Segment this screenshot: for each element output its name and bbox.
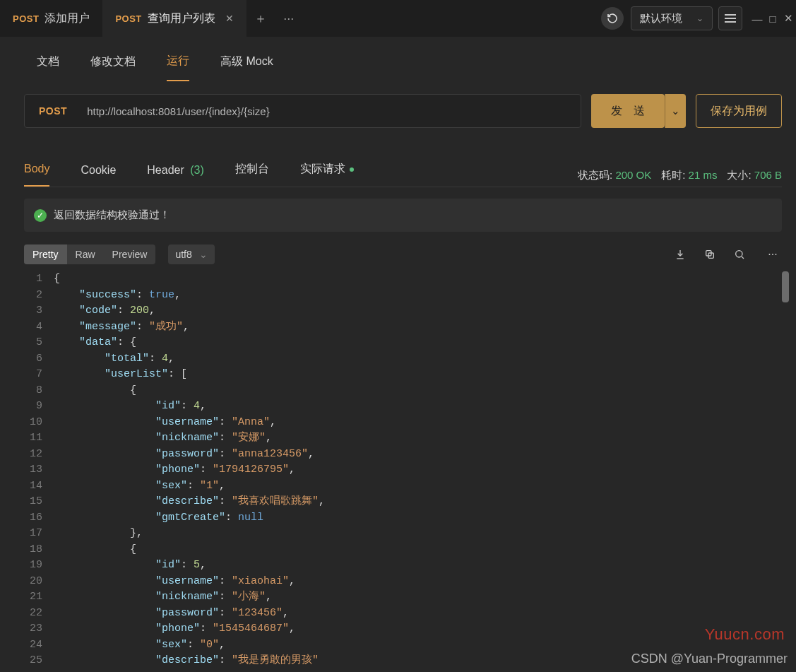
code-content: { "success": true, "code": 200, "message… <box>54 271 325 669</box>
close-icon[interactable]: ✕ <box>225 13 234 24</box>
environment-select[interactable]: 默认环境 ⌄ <box>631 6 713 30</box>
request-url-input[interactable]: POST http://localhost:8081/user/{index}/… <box>24 94 581 128</box>
copy-icon[interactable] <box>704 249 723 260</box>
chevron-down-icon: ⌄ <box>696 13 703 23</box>
resp-tab-header[interactable]: Header (3) <box>147 164 204 187</box>
resp-tab-console[interactable]: 控制台 <box>235 162 269 187</box>
menu-icon <box>725 13 736 23</box>
send-dropdown[interactable]: ⌄ <box>665 94 686 128</box>
method-badge: POST <box>13 13 39 24</box>
resp-tab-body[interactable]: Body <box>24 163 49 187</box>
add-tab-button[interactable]: ＋ <box>246 0 275 37</box>
window-maximize[interactable]: □ <box>765 13 780 25</box>
refresh-icon <box>607 13 618 24</box>
send-button[interactable]: 发 送 <box>591 94 665 128</box>
time-label: 耗时: <box>661 169 685 181</box>
response-editor[interactable]: 1234567891011121314151617181920212223242… <box>24 271 782 669</box>
svg-point-5 <box>736 251 742 257</box>
tab-title: 添加用户 <box>44 11 90 26</box>
tab-overflow-button[interactable]: ··· <box>275 0 303 37</box>
subtab-edit-doc[interactable]: 修改文档 <box>90 54 136 81</box>
view-pretty[interactable]: Pretty <box>24 244 67 264</box>
status-dot-icon <box>350 167 354 172</box>
search-icon[interactable] <box>734 249 752 260</box>
method-badge: POST <box>115 13 141 24</box>
encoding-select[interactable]: utf8 ⌄ <box>168 244 214 264</box>
window-close[interactable]: ✕ <box>780 12 796 25</box>
view-preview[interactable]: Preview <box>104 244 156 264</box>
more-icon[interactable]: ··· <box>764 248 782 261</box>
check-circle-icon: ✓ <box>34 209 47 222</box>
header-count: (3) <box>190 164 204 176</box>
banner-text: 返回数据结构校验通过！ <box>54 208 170 222</box>
resp-tab-header-label: Header <box>147 164 184 176</box>
resp-tab-actual-label: 实际请求 <box>300 163 345 175</box>
save-as-case-button[interactable]: 保存为用例 <box>696 94 782 128</box>
size-value: 706 B <box>754 169 782 181</box>
download-icon[interactable] <box>675 249 693 260</box>
status-label: 状态码: <box>578 169 612 181</box>
watermark-site: Yuucn.com <box>705 625 785 644</box>
subtab-doc[interactable]: 文档 <box>37 54 59 81</box>
scrollbar-thumb[interactable] <box>782 271 789 302</box>
resp-tab-actual[interactable]: 实际请求 <box>300 162 354 187</box>
refresh-button[interactable] <box>601 7 624 30</box>
tab-add-user[interactable]: POST 添加用户 <box>0 0 102 37</box>
view-mode-segment: Pretty Raw Preview <box>24 244 155 264</box>
encoding-label: utf8 <box>175 249 191 260</box>
view-raw[interactable]: Raw <box>67 244 104 264</box>
environment-label: 默认环境 <box>640 12 682 25</box>
tab-title: 查询用户列表 <box>148 11 215 26</box>
size-label: 大小: <box>727 169 751 181</box>
time-value: 21 ms <box>689 169 718 181</box>
svg-rect-0 <box>725 14 736 16</box>
subtab-run[interactable]: 运行 <box>167 54 189 81</box>
line-gutter: 1234567891011121314151617181920212223242… <box>24 271 54 669</box>
request-url: http://localhost:8081/user/{index}/{size… <box>87 105 270 117</box>
resp-tab-cookie[interactable]: Cookie <box>81 164 116 187</box>
svg-rect-1 <box>725 18 736 19</box>
request-method: POST <box>39 105 67 117</box>
subtab-mock[interactable]: 高级 Mock <box>220 54 273 81</box>
svg-rect-2 <box>725 21 736 23</box>
tab-query-users[interactable]: POST 查询用户列表 ✕ <box>102 0 246 37</box>
settings-button[interactable] <box>718 6 742 30</box>
window-minimize[interactable]: — <box>749 13 765 25</box>
watermark-author: CSDN @Yuan-Programmer <box>631 652 788 666</box>
status-value: 200 OK <box>615 169 651 181</box>
validation-banner: ✓ 返回数据结构校验通过！ <box>24 199 782 232</box>
chevron-down-icon: ⌄ <box>199 249 208 260</box>
